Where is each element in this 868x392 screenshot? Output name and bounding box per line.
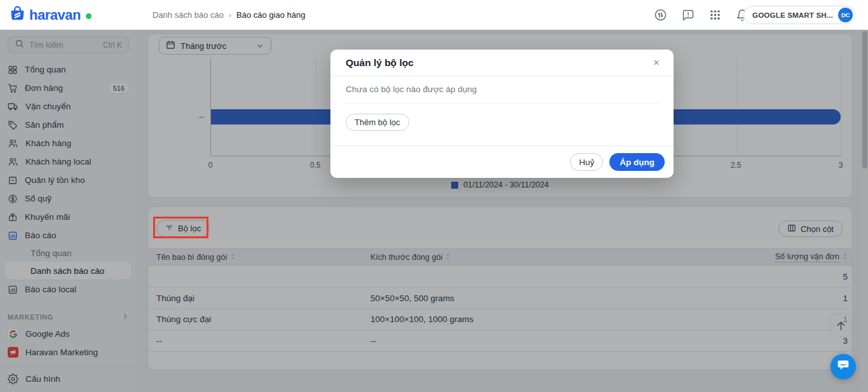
chat-bubble-icon	[837, 359, 850, 374]
brand-name: haravan	[29, 7, 81, 24]
haravan-logo[interactable]: haravan	[9, 5, 92, 25]
add-filter-label: Thêm bộ lọc	[355, 118, 400, 127]
account-label: GOOGLE SMART SH...	[752, 11, 833, 19]
status-dot	[86, 13, 92, 19]
modal-body: Chưa có bộ lọc nào được áp dụng Thêm bộ …	[330, 76, 674, 131]
empty-filters-message: Chưa có bộ lọc nào được áp dụng	[346, 84, 658, 94]
breadcrumb-separator: ›	[229, 11, 231, 20]
apply-label: Áp dụng	[620, 158, 654, 167]
chat-widget-button[interactable]	[831, 354, 856, 379]
modal-title: Quản lý bộ lọc	[346, 57, 414, 69]
close-icon[interactable]: ×	[649, 55, 664, 71]
feedback-icon[interactable]	[682, 9, 695, 22]
apps-grid-icon[interactable]	[709, 9, 721, 21]
breadcrumb-parent[interactable]: Danh sách báo cáo	[153, 10, 224, 20]
topbar: haravan Danh sách báo cáo › Báo cáo giao…	[0, 0, 868, 30]
add-filter-button[interactable]: Thêm bộ lọc	[346, 114, 409, 131]
apply-button[interactable]: Áp dụng	[609, 153, 665, 171]
haravan-bag-icon	[9, 5, 26, 25]
avatar: DC	[838, 8, 853, 22]
cancel-label: Huỷ	[579, 158, 594, 167]
account-menu-button[interactable]: GOOGLE SMART SH... DC	[743, 6, 855, 24]
breadcrumb-current: Báo cáo giao hàng	[236, 10, 305, 20]
sync-icon[interactable]	[654, 8, 667, 22]
divider	[346, 103, 658, 104]
modal-footer: Huỷ Áp dụng	[330, 145, 674, 178]
modal-header: Quản lý bộ lọc	[330, 50, 674, 76]
breadcrumb: Danh sách báo cáo › Báo cáo giao hàng	[153, 0, 305, 30]
filter-manager-modal: Quản lý bộ lọc × Chưa có bộ lọc nào được…	[330, 50, 674, 178]
cancel-button[interactable]: Huỷ	[570, 153, 603, 171]
